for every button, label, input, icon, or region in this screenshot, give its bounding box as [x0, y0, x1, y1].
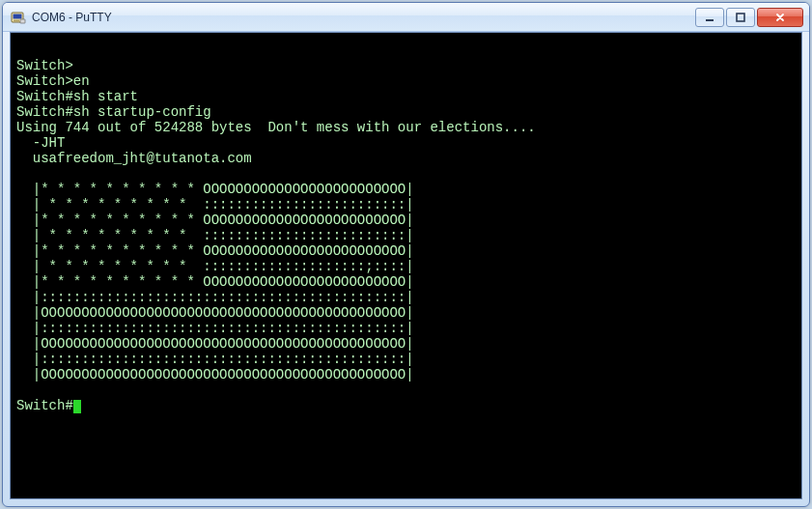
- terminal-prompt: Switch#: [16, 398, 73, 413]
- close-button[interactable]: [757, 8, 803, 27]
- titlebar[interactable]: COM6 - PuTTY: [3, 3, 809, 32]
- terminal-area[interactable]: Switch> Switch>en Switch#sh start Switch…: [10, 32, 802, 499]
- svg-rect-2: [20, 19, 25, 23]
- svg-rect-4: [706, 19, 714, 21]
- svg-rect-5: [737, 14, 744, 21]
- cursor: [73, 400, 81, 413]
- svg-rect-1: [14, 14, 22, 18]
- minimize-button[interactable]: [695, 8, 724, 27]
- maximize-button[interactable]: [726, 8, 755, 27]
- terminal-output: Switch> Switch>en Switch#sh start Switch…: [16, 42, 796, 413]
- window-title: COM6 - PuTTY: [32, 11, 695, 24]
- putty-window: COM6 - PuTTY Switch> Switch>en Switch#sh…: [2, 2, 810, 507]
- window-controls: [695, 8, 803, 27]
- putty-icon: [11, 10, 26, 25]
